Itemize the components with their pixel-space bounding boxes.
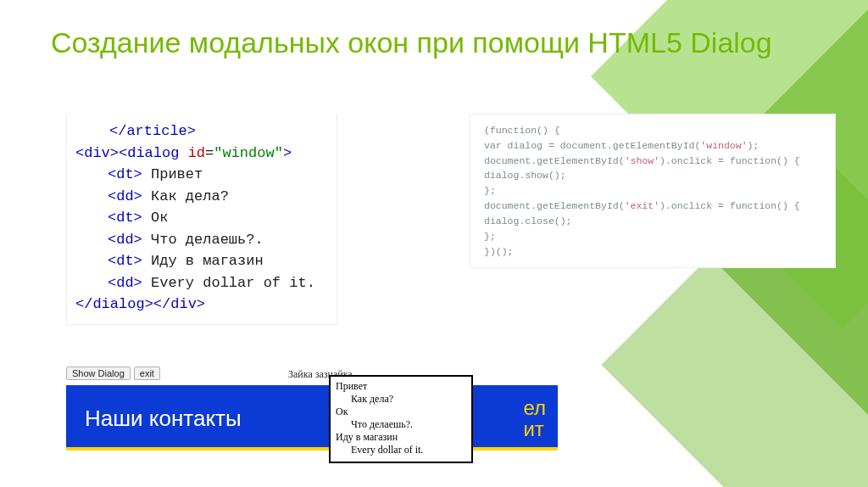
exit-button[interactable]: exit bbox=[134, 367, 160, 380]
partial-text: ел ит bbox=[523, 397, 546, 439]
contacts-banner: Наши контакты ел ит bbox=[66, 385, 558, 451]
dialog-dt: Привет bbox=[336, 380, 465, 393]
html-code-block: </article> <div><dialog id="window"> <dt… bbox=[66, 114, 337, 325]
dialog-dt: Ок bbox=[336, 406, 465, 418]
show-dialog-button[interactable]: Show Dialog bbox=[66, 367, 131, 380]
dialog-dd: Что делаешь?. bbox=[351, 418, 465, 431]
dialog-dt: Иду в магазин bbox=[336, 431, 465, 444]
dialog-popup: Привет Как дела? Ок Что делаешь?. Иду в … bbox=[329, 375, 473, 463]
dialog-dd: Как дела? bbox=[351, 393, 465, 406]
contacts-label: Наши контакты bbox=[85, 406, 242, 431]
js-code-block: (function() { var dialog = document.getE… bbox=[470, 114, 836, 268]
slide-title: Создание модальных окон при помощи HTML5… bbox=[51, 25, 817, 60]
dialog-dd: Every dollar of it. bbox=[351, 444, 465, 456]
